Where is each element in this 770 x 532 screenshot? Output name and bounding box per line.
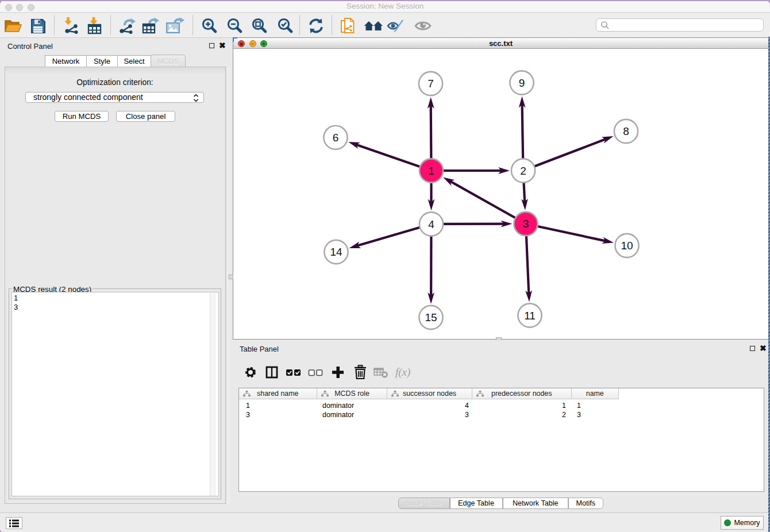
svg-text:11: 11 <box>524 310 536 322</box>
svg-text:8: 8 <box>623 125 629 137</box>
svg-text:1: 1 <box>428 165 434 177</box>
svg-text:15: 15 <box>425 311 437 323</box>
svg-text:14: 14 <box>330 246 342 258</box>
svg-text:9: 9 <box>519 77 525 89</box>
svg-text:2: 2 <box>520 165 526 177</box>
svg-text:7: 7 <box>428 78 434 90</box>
svg-text:6: 6 <box>333 132 339 144</box>
svg-text:3: 3 <box>523 218 529 230</box>
svg-text:4: 4 <box>428 218 434 230</box>
svg-text:10: 10 <box>621 240 633 252</box>
